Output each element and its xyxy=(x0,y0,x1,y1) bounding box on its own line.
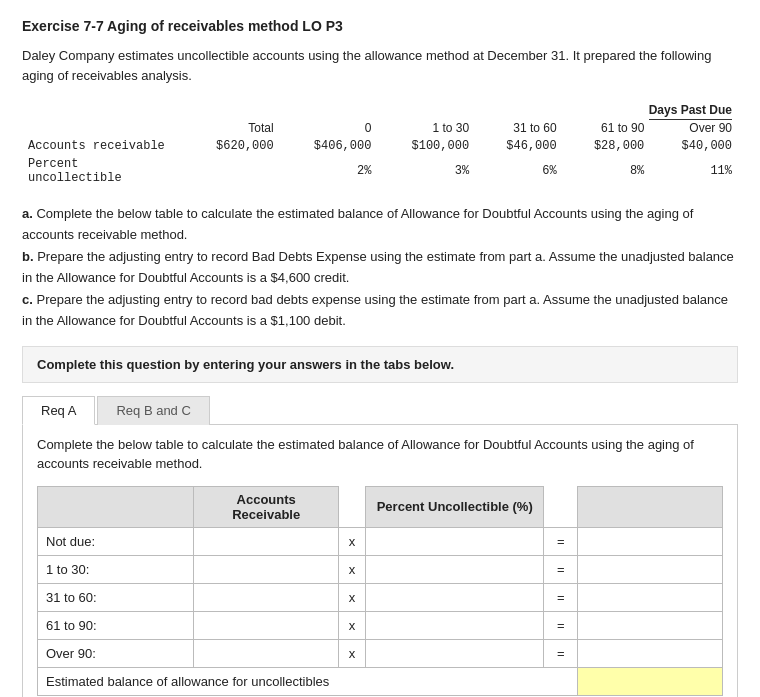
row-label-1to30: 1 to 30: xyxy=(38,555,194,583)
ar-input-31to60[interactable] xyxy=(194,583,339,611)
ar-input-61to90[interactable] xyxy=(194,611,339,639)
col-0: 0 xyxy=(280,119,378,137)
pct-total xyxy=(182,155,280,187)
result-field-1to30[interactable] xyxy=(584,562,703,577)
multiply-1to30: x xyxy=(339,555,366,583)
pct-over90: 11% xyxy=(650,155,738,187)
multiply-notdue: x xyxy=(339,527,366,555)
result-31to60[interactable] xyxy=(577,583,722,611)
ar-input-over90[interactable] xyxy=(194,639,339,667)
col-over90: Over 90 xyxy=(650,119,738,137)
pct-input-1to30[interactable] xyxy=(365,555,544,583)
ar-31to60: $46,000 xyxy=(475,137,563,155)
col-31to60: 31 to 60 xyxy=(475,119,563,137)
ar-field-61to90[interactable] xyxy=(200,618,319,633)
result-field-notdue[interactable] xyxy=(584,534,703,549)
row-label-over90: Over 90: xyxy=(38,639,194,667)
col-header-x xyxy=(339,486,366,527)
ar-field-notdue[interactable] xyxy=(200,534,319,549)
entry-table: Accounts Receivable Percent Uncollectibl… xyxy=(37,486,723,696)
col-header-eq xyxy=(544,486,577,527)
ar-total: $620,000 xyxy=(182,137,280,155)
result-61to90[interactable] xyxy=(577,611,722,639)
col-1to30: 1 to 30 xyxy=(377,119,475,137)
result-field-61to90[interactable] xyxy=(584,618,703,633)
row-label-61to90: 61 to 90: xyxy=(38,611,194,639)
tab-req-a[interactable]: Req A xyxy=(22,396,95,425)
pct-field-61to90[interactable] xyxy=(372,618,521,633)
estimated-input-cell[interactable] xyxy=(577,667,722,695)
ar-input-notdue[interactable] xyxy=(194,527,339,555)
result-1to30[interactable] xyxy=(577,555,722,583)
ar-over90: $40,000 xyxy=(650,137,738,155)
days-past-due-label: Days Past Due xyxy=(649,103,732,120)
row-label-notdue: Not due: xyxy=(38,527,194,555)
pct-field-over90[interactable] xyxy=(372,646,521,661)
equals-31to60: = xyxy=(544,583,577,611)
col-total: Total xyxy=(182,119,280,137)
result-field-over90[interactable] xyxy=(584,646,703,661)
aging-table-wrapper: Days Past Due Total 0 1 to 30 31 to 60 6… xyxy=(22,101,738,187)
ar-1to30: $100,000 xyxy=(377,137,475,155)
pct-input-31to60[interactable] xyxy=(365,583,544,611)
equals-61to90: = xyxy=(544,611,577,639)
instructions: a. Complete the below table to calculate… xyxy=(22,203,738,332)
tab-description: Complete the below table to calculate th… xyxy=(37,435,723,474)
ar-input-1to30[interactable] xyxy=(194,555,339,583)
pct-61to90: 8% xyxy=(563,155,651,187)
multiply-61to90: x xyxy=(339,611,366,639)
question-box: Complete this question by entering your … xyxy=(22,346,738,383)
ar-field-over90[interactable] xyxy=(200,646,319,661)
table-row: 61 to 90: x = xyxy=(38,611,723,639)
row-label-31to60: 31 to 60: xyxy=(38,583,194,611)
ar-0: $406,000 xyxy=(280,137,378,155)
pct-field-31to60[interactable] xyxy=(372,590,521,605)
pct-field-notdue[interactable] xyxy=(372,534,521,549)
pct-0: 2% xyxy=(280,155,378,187)
col-header-result xyxy=(577,486,722,527)
pct-field-1to30[interactable] xyxy=(372,562,521,577)
result-over90[interactable] xyxy=(577,639,722,667)
multiply-31to60: x xyxy=(339,583,366,611)
estimated-balance-field[interactable] xyxy=(586,674,714,689)
pct-input-61to90[interactable] xyxy=(365,611,544,639)
estimated-row: Estimated balance of allowance for uncol… xyxy=(38,667,723,695)
ar-field-31to60[interactable] xyxy=(200,590,319,605)
col-header-ar: Accounts Receivable xyxy=(194,486,339,527)
col-header-empty xyxy=(38,486,194,527)
col-61to90: 61 to 90 xyxy=(563,119,651,137)
table-row: 31 to 60: x = xyxy=(38,583,723,611)
multiply-over90: x xyxy=(339,639,366,667)
pct-1to30: 3% xyxy=(377,155,475,187)
result-notdue[interactable] xyxy=(577,527,722,555)
col-header-pct: Percent Uncollectible (%) xyxy=(365,486,544,527)
pct-31to60: 6% xyxy=(475,155,563,187)
pct-input-notdue[interactable] xyxy=(365,527,544,555)
ar-label: Accounts receivable xyxy=(22,137,182,155)
equals-over90: = xyxy=(544,639,577,667)
ar-field-1to30[interactable] xyxy=(200,562,319,577)
exercise-title: Exercise 7-7 Aging of receivables method… xyxy=(22,18,738,34)
tabs-container: Req A Req B and C xyxy=(22,395,738,425)
table-row: Over 90: x = xyxy=(38,639,723,667)
table-row: 1 to 30: x = xyxy=(38,555,723,583)
table-row: Not due: x = xyxy=(38,527,723,555)
ar-61to90: $28,000 xyxy=(563,137,651,155)
tab-content: Complete the below table to calculate th… xyxy=(22,425,738,697)
equals-notdue: = xyxy=(544,527,577,555)
pct-input-over90[interactable] xyxy=(365,639,544,667)
equals-1to30: = xyxy=(544,555,577,583)
intro-text: Daley Company estimates uncollectible ac… xyxy=(22,46,738,85)
pct-label: Percent uncollectible xyxy=(22,155,182,187)
tab-req-b-and-c[interactable]: Req B and C xyxy=(97,396,209,425)
result-field-31to60[interactable] xyxy=(584,590,703,605)
estimated-label: Estimated balance of allowance for uncol… xyxy=(38,667,578,695)
